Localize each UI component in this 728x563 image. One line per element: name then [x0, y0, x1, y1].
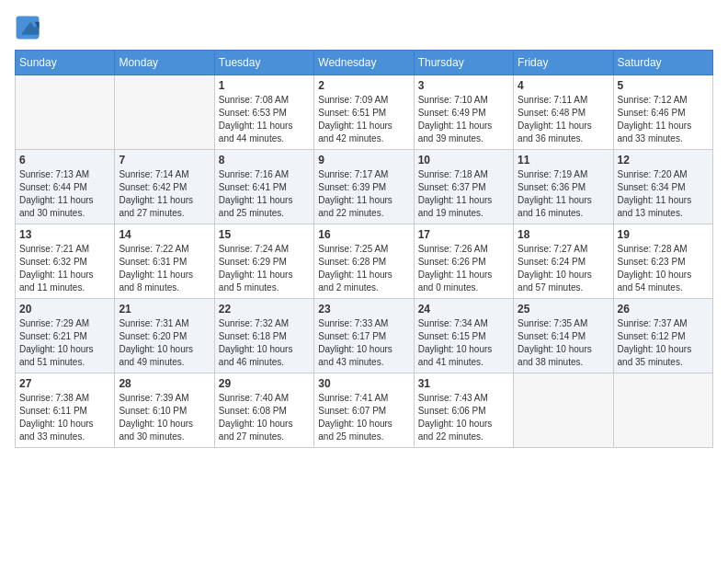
calendar-cell: 8Sunrise: 7:16 AM Sunset: 6:41 PM Daylig…	[214, 150, 313, 224]
week-row-3: 13Sunrise: 7:21 AM Sunset: 6:32 PM Dayli…	[16, 224, 713, 299]
calendar-cell: 15Sunrise: 7:24 AM Sunset: 6:29 PM Dayli…	[214, 224, 313, 299]
calendar-cell: 12Sunrise: 7:20 AM Sunset: 6:34 PM Dayli…	[613, 150, 712, 224]
week-row-2: 6Sunrise: 7:13 AM Sunset: 6:44 PM Daylig…	[16, 150, 713, 224]
day-number: 28	[119, 377, 210, 390]
day-number: 26	[618, 303, 709, 316]
day-number: 21	[119, 303, 210, 316]
day-detail: Sunrise: 7:28 AM Sunset: 6:23 PM Dayligh…	[618, 243, 709, 294]
calendar-cell	[514, 373, 613, 448]
day-header-sunday: Sunday	[16, 51, 115, 75]
calendar-cell: 16Sunrise: 7:25 AM Sunset: 6:28 PM Dayli…	[314, 224, 414, 299]
calendar-cell: 11Sunrise: 7:19 AM Sunset: 6:36 PM Dayli…	[514, 150, 613, 224]
day-header-saturday: Saturday	[613, 51, 712, 75]
calendar-cell: 10Sunrise: 7:18 AM Sunset: 6:37 PM Dayli…	[414, 150, 513, 224]
day-detail: Sunrise: 7:22 AM Sunset: 6:31 PM Dayligh…	[119, 243, 210, 294]
day-number: 1	[219, 79, 310, 92]
day-detail: Sunrise: 7:11 AM Sunset: 6:48 PM Dayligh…	[518, 94, 609, 145]
day-number: 6	[19, 154, 110, 167]
calendar-cell: 28Sunrise: 7:39 AM Sunset: 6:10 PM Dayli…	[115, 373, 214, 448]
day-detail: Sunrise: 7:21 AM Sunset: 6:32 PM Dayligh…	[19, 243, 110, 294]
calendar-cell	[613, 373, 712, 448]
calendar-cell: 30Sunrise: 7:41 AM Sunset: 6:07 PM Dayli…	[314, 373, 414, 448]
calendar-cell: 19Sunrise: 7:28 AM Sunset: 6:23 PM Dayli…	[613, 224, 712, 299]
day-detail: Sunrise: 7:14 AM Sunset: 6:42 PM Dayligh…	[119, 168, 210, 220]
day-detail: Sunrise: 7:09 AM Sunset: 6:51 PM Dayligh…	[318, 94, 409, 145]
day-number: 9	[318, 154, 409, 167]
day-detail: Sunrise: 7:13 AM Sunset: 6:44 PM Dayligh…	[19, 168, 110, 220]
day-detail: Sunrise: 7:34 AM Sunset: 6:15 PM Dayligh…	[418, 317, 509, 369]
week-row-1: 1Sunrise: 7:08 AM Sunset: 6:53 PM Daylig…	[16, 75, 713, 150]
day-detail: Sunrise: 7:08 AM Sunset: 6:53 PM Dayligh…	[219, 94, 310, 145]
day-number: 20	[19, 303, 110, 316]
day-header-friday: Friday	[514, 51, 613, 75]
day-detail: Sunrise: 7:18 AM Sunset: 6:37 PM Dayligh…	[418, 168, 509, 220]
day-number: 17	[418, 228, 509, 241]
day-detail: Sunrise: 7:25 AM Sunset: 6:28 PM Dayligh…	[318, 243, 409, 294]
day-detail: Sunrise: 7:10 AM Sunset: 6:49 PM Dayligh…	[418, 94, 509, 145]
day-number: 31	[418, 377, 509, 390]
day-number: 3	[418, 79, 509, 92]
day-number: 22	[219, 303, 310, 316]
day-detail: Sunrise: 7:19 AM Sunset: 6:36 PM Dayligh…	[518, 168, 609, 220]
calendar-cell	[16, 75, 115, 150]
day-detail: Sunrise: 7:38 AM Sunset: 6:11 PM Dayligh…	[19, 392, 110, 443]
day-header-thursday: Thursday	[414, 51, 513, 75]
day-number: 19	[618, 228, 709, 241]
day-number: 30	[318, 377, 409, 390]
calendar-cell: 24Sunrise: 7:34 AM Sunset: 6:15 PM Dayli…	[414, 299, 513, 373]
day-header-tuesday: Tuesday	[214, 51, 313, 75]
day-number: 29	[219, 377, 310, 390]
day-detail: Sunrise: 7:41 AM Sunset: 6:07 PM Dayligh…	[318, 392, 409, 443]
calendar-cell: 2Sunrise: 7:09 AM Sunset: 6:51 PM Daylig…	[314, 75, 414, 150]
calendar-cell: 3Sunrise: 7:10 AM Sunset: 6:49 PM Daylig…	[414, 75, 513, 150]
day-detail: Sunrise: 7:16 AM Sunset: 6:41 PM Dayligh…	[219, 168, 310, 220]
day-detail: Sunrise: 7:24 AM Sunset: 6:29 PM Dayligh…	[219, 243, 310, 294]
day-detail: Sunrise: 7:27 AM Sunset: 6:24 PM Dayligh…	[518, 243, 609, 294]
day-detail: Sunrise: 7:35 AM Sunset: 6:14 PM Dayligh…	[518, 317, 609, 369]
day-number: 16	[318, 228, 409, 241]
calendar-cell: 13Sunrise: 7:21 AM Sunset: 6:32 PM Dayli…	[16, 224, 115, 299]
calendar-header-row: SundayMondayTuesdayWednesdayThursdayFrid…	[16, 51, 713, 75]
day-detail: Sunrise: 7:32 AM Sunset: 6:18 PM Dayligh…	[219, 317, 310, 369]
week-row-5: 27Sunrise: 7:38 AM Sunset: 6:11 PM Dayli…	[16, 373, 713, 448]
calendar-cell: 18Sunrise: 7:27 AM Sunset: 6:24 PM Dayli…	[514, 224, 613, 299]
calendar-cell: 27Sunrise: 7:38 AM Sunset: 6:11 PM Dayli…	[16, 373, 115, 448]
calendar-cell: 9Sunrise: 7:17 AM Sunset: 6:39 PM Daylig…	[314, 150, 414, 224]
calendar-cell: 25Sunrise: 7:35 AM Sunset: 6:14 PM Dayli…	[514, 299, 613, 373]
day-number: 25	[518, 303, 609, 316]
day-number: 4	[518, 79, 609, 92]
day-detail: Sunrise: 7:12 AM Sunset: 6:46 PM Dayligh…	[618, 94, 709, 145]
day-number: 2	[318, 79, 409, 92]
day-number: 14	[119, 228, 210, 241]
logo	[15, 15, 44, 40]
day-number: 24	[418, 303, 509, 316]
calendar-cell	[115, 75, 214, 150]
logo-icon	[15, 15, 40, 40]
week-row-4: 20Sunrise: 7:29 AM Sunset: 6:21 PM Dayli…	[16, 299, 713, 373]
day-number: 8	[219, 154, 310, 167]
day-number: 11	[518, 154, 609, 167]
day-detail: Sunrise: 7:40 AM Sunset: 6:08 PM Dayligh…	[219, 392, 310, 443]
calendar-cell: 26Sunrise: 7:37 AM Sunset: 6:12 PM Dayli…	[613, 299, 712, 373]
calendar-cell: 1Sunrise: 7:08 AM Sunset: 6:53 PM Daylig…	[214, 75, 313, 150]
day-number: 18	[518, 228, 609, 241]
calendar-cell: 31Sunrise: 7:43 AM Sunset: 6:06 PM Dayli…	[414, 373, 513, 448]
calendar-cell: 23Sunrise: 7:33 AM Sunset: 6:17 PM Dayli…	[314, 299, 414, 373]
day-detail: Sunrise: 7:17 AM Sunset: 6:39 PM Dayligh…	[318, 168, 409, 220]
day-header-wednesday: Wednesday	[314, 51, 414, 75]
day-number: 23	[318, 303, 409, 316]
day-detail: Sunrise: 7:43 AM Sunset: 6:06 PM Dayligh…	[418, 392, 509, 443]
day-detail: Sunrise: 7:29 AM Sunset: 6:21 PM Dayligh…	[19, 317, 110, 369]
day-detail: Sunrise: 7:37 AM Sunset: 6:12 PM Dayligh…	[618, 317, 709, 369]
day-number: 7	[119, 154, 210, 167]
day-number: 15	[219, 228, 310, 241]
day-number: 12	[618, 154, 709, 167]
calendar-cell: 4Sunrise: 7:11 AM Sunset: 6:48 PM Daylig…	[514, 75, 613, 150]
day-detail: Sunrise: 7:20 AM Sunset: 6:34 PM Dayligh…	[618, 168, 709, 220]
calendar-cell: 5Sunrise: 7:12 AM Sunset: 6:46 PM Daylig…	[613, 75, 712, 150]
day-detail: Sunrise: 7:33 AM Sunset: 6:17 PM Dayligh…	[318, 317, 409, 369]
page-header	[15, 15, 713, 40]
calendar-cell: 17Sunrise: 7:26 AM Sunset: 6:26 PM Dayli…	[414, 224, 513, 299]
day-header-monday: Monday	[115, 51, 214, 75]
calendar-cell: 14Sunrise: 7:22 AM Sunset: 6:31 PM Dayli…	[115, 224, 214, 299]
